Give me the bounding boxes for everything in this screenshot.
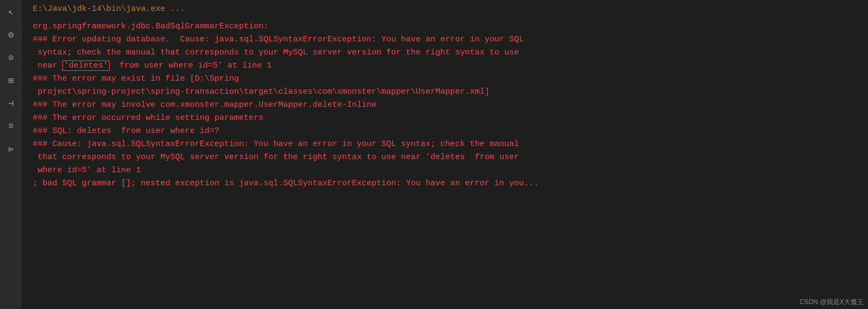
camera-icon[interactable]: ⊙ xyxy=(4,51,17,64)
sidebar: ↖ ⚙ ⊙ ⊞ ⊣ ≡ ⊳ xyxy=(0,0,22,309)
csdn-badge: CSDN @我是X大魔王 xyxy=(799,298,864,307)
error-block: org.springframework.jdbc.BadSqlGrammarEx… xyxy=(33,20,857,190)
main-content: E:\Java\jdk-14\bin\java.exe ... org.spri… xyxy=(22,0,868,309)
error-line-9: ### Cause: java.sql.SQLSyntaxErrorExcept… xyxy=(33,138,857,151)
error-line-2: syntax; check the manual that correspond… xyxy=(33,46,857,59)
error-line-11: where id=5' at line 1 xyxy=(33,164,857,177)
error-line-6: ### The error may involve com.xmonster.m… xyxy=(33,99,857,112)
console-area: E:\Java\jdk-14\bin\java.exe ... org.spri… xyxy=(22,0,868,309)
error-line-3: near 'deletes' from user where id=5' at … xyxy=(33,59,857,72)
layers-icon[interactable]: ⊞ xyxy=(4,74,17,87)
error-line-12: ; bad SQL grammar []; nested exception i… xyxy=(33,177,857,190)
cursor-icon[interactable]: ↖ xyxy=(4,5,17,19)
error-line-10: that corresponds to your MySQL server ve… xyxy=(33,151,857,164)
menu-icon[interactable]: ≡ xyxy=(4,120,17,133)
top-line: E:\Java\jdk-14\bin\java.exe ... xyxy=(33,4,857,14)
import-icon[interactable]: ⊣ xyxy=(4,97,17,110)
error-line-8: ### SQL: deletes from user where id=? xyxy=(33,125,857,138)
pin-icon[interactable]: ⊳ xyxy=(4,143,17,156)
error-line-1: ### Error updating database. Cause: java… xyxy=(33,33,857,46)
highlight-deletes: 'deletes' xyxy=(62,60,110,71)
error-line-4: ### The error may exist in file [D:\Spri… xyxy=(33,72,857,86)
exception-class-line: org.springframework.jdbc.BadSqlGrammarEx… xyxy=(33,20,857,33)
error-line-5: project\spring-project\spring-transactio… xyxy=(33,86,857,99)
error-line-7: ### The error occurred while setting par… xyxy=(33,112,857,125)
wrench-icon[interactable]: ⚙ xyxy=(4,28,17,41)
